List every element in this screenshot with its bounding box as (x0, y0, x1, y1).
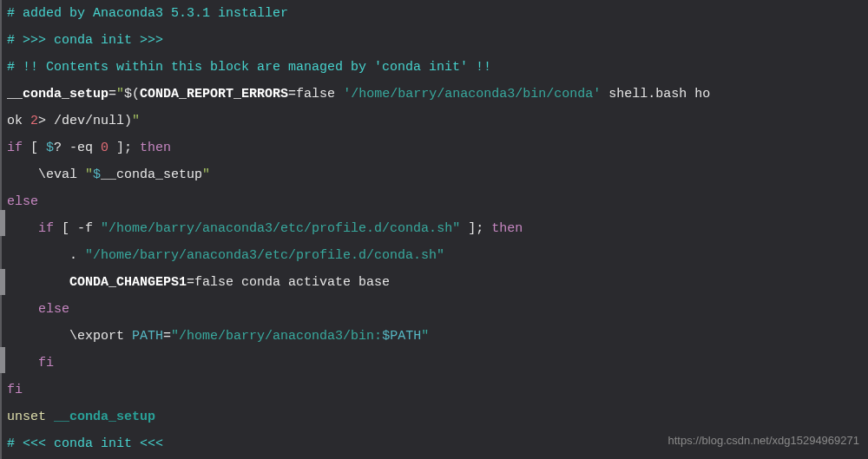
code-line: # !! Contents within this block are mana… (7, 54, 861, 81)
code-line: CONDA_CHANGEPS1=false conda activate bas… (7, 269, 861, 296)
code-line: ok 2> /dev/null)" (7, 108, 861, 134)
code-line: # >>> conda init >>> (7, 27, 861, 54)
variable: __conda_setup (54, 410, 155, 424)
keyword-fi: fi (7, 383, 23, 397)
keyword-then: then (491, 221, 523, 236)
code-line: else (7, 296, 861, 323)
gutter-mark (0, 347, 5, 373)
comment: # added by Anaconda3 5.3.1 installer (7, 6, 288, 21)
code-line: fi (7, 350, 861, 377)
env-var: CONDA_REPORT_ERRORS (140, 87, 288, 102)
keyword-then: then (140, 141, 171, 155)
keyword-fi: fi (38, 356, 54, 370)
code-line: . "/home/barry/anaconda3/etc/profile.d/c… (7, 242, 861, 269)
code-line: \export PATH="/home/barry/anaconda3/bin:… (7, 323, 861, 350)
keyword-if: if (38, 221, 54, 236)
keyword-else: else (7, 194, 38, 209)
keyword-else: else (38, 302, 69, 317)
comment: # !! Contents within this block are mana… (7, 60, 491, 75)
code-line: __conda_setup="$(CONDA_REPORT_ERRORS=fal… (7, 81, 861, 108)
code-line: \eval "$__conda_setup" (7, 161, 861, 188)
path-var: PATH (132, 329, 163, 344)
env-var: CONDA_CHANGEPS1 (69, 275, 187, 290)
keyword-unset: unset (7, 410, 54, 424)
code-line: if [ -f "/home/barry/anaconda3/etc/profi… (7, 215, 861, 242)
keyword-if: if (7, 141, 23, 155)
watermark-text: https://blog.csdn.net/xdg15294969271 (668, 427, 859, 454)
string-path: "/home/barry/anaconda3/etc/profile.d/con… (85, 248, 444, 263)
code-line: if [ $? -eq 0 ]; then (7, 134, 861, 161)
variable-def: __conda_setup (7, 87, 108, 102)
comment: # <<< conda init <<< (7, 436, 163, 451)
code-line: fi (7, 377, 861, 403)
string-path: '/home/barry/anaconda3/bin/conda' (343, 87, 601, 102)
code-editor[interactable]: # added by Anaconda3 5.3.1 installer # >… (0, 0, 868, 457)
string-path: "/home/barry/anaconda3/etc/profile.d/con… (101, 221, 460, 236)
gutter-mark (0, 269, 5, 295)
code-line: # added by Anaconda3 5.3.1 installer (7, 0, 861, 27)
comment: # >>> conda init >>> (7, 33, 163, 48)
code-line: else (7, 188, 861, 215)
gutter-mark (0, 210, 5, 236)
